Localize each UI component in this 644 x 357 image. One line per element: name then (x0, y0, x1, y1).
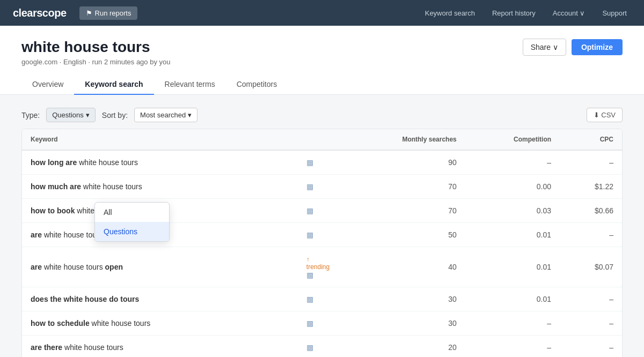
col-cpc: CPC (560, 129, 622, 150)
competition-cell: 0.00 (465, 175, 560, 199)
page-title: white house tours (21, 39, 171, 56)
page-title-section: white house tours google.com · English ·… (21, 39, 171, 66)
keyword-search-nav-link[interactable]: Keyword search (421, 9, 479, 17)
flag-icon: ⚑ (86, 9, 92, 17)
tab-overview[interactable]: Overview (21, 75, 74, 95)
type-dropdown-menu: All Questions (94, 202, 170, 242)
monthly-searches-cell: 70 (341, 175, 465, 199)
type-filter-value: Questions (52, 111, 84, 119)
tab-keyword-search[interactable]: Keyword search (74, 75, 153, 95)
monthly-searches-cell: 40 (341, 247, 465, 287)
bar-chart-icon[interactable]: ▩ (306, 295, 313, 303)
navbar: clearscope ⚑ Run reports Keyword search … (0, 0, 644, 26)
sort-filter-select[interactable]: Most searched ▾ (134, 108, 197, 122)
chart-icon-cell[interactable]: ▩ (298, 150, 341, 175)
competition-cell: – (465, 311, 560, 336)
trending-badge: ↑ trending (306, 256, 330, 271)
type-filter-label: Type: (21, 111, 40, 120)
competition-cell: – (465, 336, 560, 358)
keyword-cell: how to schedule white house tours (22, 311, 298, 336)
sort-chevron-icon: ▾ (188, 111, 192, 119)
col-keyword: Keyword (22, 129, 298, 150)
type-filter-select[interactable]: Questions ▾ (46, 108, 96, 122)
chart-icon-cell[interactable]: ▩ (298, 336, 341, 358)
keyword-cell: are there white house tours (22, 336, 298, 358)
col-chart (298, 129, 341, 150)
keyword-cell: how long are white house tours (22, 150, 298, 175)
support-nav-link[interactable]: Support (598, 9, 631, 17)
table-row: are there white house tours▩20–– (22, 336, 622, 358)
bar-chart-icon[interactable]: ▩ (306, 319, 313, 328)
keyword-cell: are white house tours open (22, 247, 298, 287)
competition-cell: 0.01 (465, 287, 560, 311)
table-row: how much are white house tours▩700.00$1.… (22, 175, 622, 199)
cpc-cell: – (560, 311, 622, 336)
bar-chart-icon[interactable]: ▩ (306, 343, 313, 352)
competition-cell: 0.03 (465, 199, 560, 223)
bar-chart-icon[interactable]: ▩ (306, 182, 313, 191)
tabs: Overview Keyword search Relevant terms C… (21, 75, 623, 94)
sort-filter-label: Sort by: (102, 111, 128, 120)
competition-cell: – (465, 150, 560, 175)
chart-icon-cell[interactable]: ▩ (298, 287, 341, 311)
chart-icon-cell[interactable]: ▩ (298, 223, 341, 247)
cpc-cell: $0.07 (560, 247, 622, 287)
content: Type: Questions ▾ Sort by: Most searched… (0, 95, 644, 357)
monthly-searches-cell: 50 (341, 223, 465, 247)
table-body: how long are white house tours▩90––how m… (22, 150, 622, 357)
bar-chart-icon[interactable]: ▩ (306, 158, 313, 167)
keyword-table: Keyword Monthly searches Competition CPC… (22, 129, 622, 357)
col-competition: Competition (465, 129, 560, 150)
keyword-cell: does the white house do tours (22, 287, 298, 311)
page-header: white house tours google.com · English ·… (0, 26, 644, 95)
monthly-searches-cell: 90 (341, 150, 465, 175)
sort-filter-value: Most searched (140, 111, 186, 119)
competition-cell: 0.01 (465, 223, 560, 247)
cpc-cell: – (560, 287, 622, 311)
page-header-top: white house tours google.com · English ·… (21, 39, 623, 66)
dropdown-option-all[interactable]: All (95, 203, 169, 222)
keyword-table-container: Keyword Monthly searches Competition CPC… (21, 129, 623, 357)
share-button[interactable]: Share ∨ (523, 39, 566, 56)
csv-export-button[interactable]: ⬇ CSV (587, 108, 623, 122)
cpc-cell: $0.66 (560, 199, 622, 223)
tab-relevant-terms[interactable]: Relevant terms (154, 75, 226, 95)
table-row: how long are white house tours▩90–– (22, 150, 622, 175)
optimize-button[interactable]: Optimize (572, 39, 623, 55)
brand-logo: clearscope (13, 7, 67, 19)
monthly-searches-cell: 20 (341, 336, 465, 358)
bar-chart-icon[interactable]: ▩ (306, 271, 313, 279)
cpc-cell: – (560, 150, 622, 175)
header-actions: Share ∨ Optimize (523, 39, 623, 56)
competition-cell: 0.01 (465, 247, 560, 287)
chevron-down-icon: ▾ (86, 111, 90, 119)
table-row: does the white house do tours▩300.01– (22, 287, 622, 311)
col-monthly-searches: Monthly searches (341, 129, 465, 150)
page-meta: google.com · English · run 2 minutes ago… (21, 58, 171, 66)
chart-icon-cell[interactable]: ▩ (298, 199, 341, 223)
bar-chart-icon[interactable]: ▩ (306, 206, 313, 215)
account-nav-link[interactable]: Account ∨ (548, 9, 590, 17)
monthly-searches-cell: 30 (341, 311, 465, 336)
report-history-nav-link[interactable]: Report history (488, 9, 540, 17)
cpc-cell: – (560, 336, 622, 358)
chart-icon-cell[interactable]: ▩ (298, 311, 341, 336)
table-header: Keyword Monthly searches Competition CPC (22, 129, 622, 150)
run-reports-button[interactable]: ⚑ Run reports (79, 6, 138, 20)
table-header-row: Keyword Monthly searches Competition CPC (22, 129, 622, 150)
dropdown-option-questions[interactable]: Questions (95, 222, 169, 241)
monthly-searches-cell: 70 (341, 199, 465, 223)
chart-icon-cell[interactable]: ↑ trending▩ (298, 247, 341, 287)
tab-competitors[interactable]: Competitors (226, 75, 288, 95)
table-row: how to schedule white house tours▩30–– (22, 311, 622, 336)
bar-chart-icon[interactable]: ▩ (306, 230, 313, 239)
cpc-cell: – (560, 223, 622, 247)
keyword-cell: how much are white house tours (22, 175, 298, 199)
cpc-cell: $1.22 (560, 175, 622, 199)
monthly-searches-cell: 30 (341, 287, 465, 311)
filters-row: Type: Questions ▾ Sort by: Most searched… (21, 108, 623, 122)
table-row: are white house tours open↑ trending▩400… (22, 247, 622, 287)
chart-icon-cell[interactable]: ▩ (298, 175, 341, 199)
